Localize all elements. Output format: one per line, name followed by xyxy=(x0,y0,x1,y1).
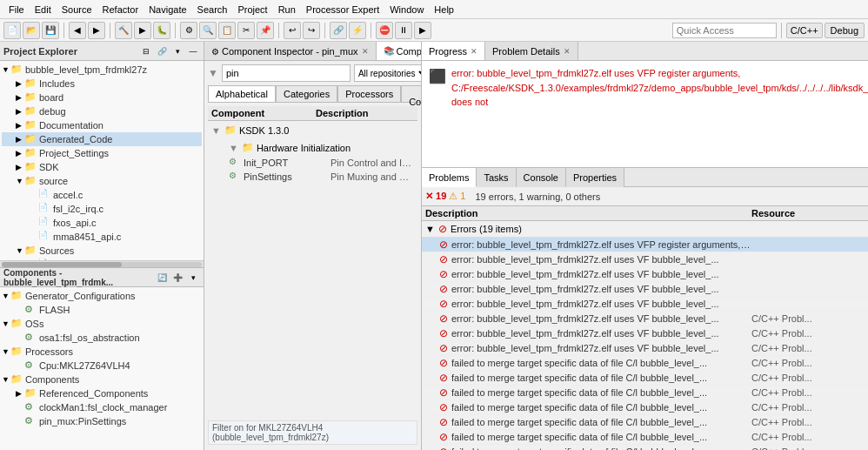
prob-tab-console[interactable]: Console xyxy=(517,168,566,187)
comp-pin-settings[interactable]: ⚙ PinSettings Pin Muxing and Pin Functio… xyxy=(208,170,417,184)
repository-select[interactable]: All repositories xyxy=(354,64,421,82)
back-button[interactable]: ◀ xyxy=(69,22,86,39)
toolbar-btn-6[interactable]: 📋 xyxy=(218,22,236,39)
new-button[interactable]: 📄 xyxy=(3,22,21,39)
quick-access-input[interactable] xyxy=(672,23,777,38)
prob-row-12[interactable]: ⊘ failed to merge target specific data o… xyxy=(422,415,868,430)
tab-problem-details[interactable]: Problem Details ✕ xyxy=(485,42,578,61)
prob-row-9[interactable]: ⊘ failed to merge target specific data o… xyxy=(422,371,868,386)
toolbar-btn-13[interactable]: ⛔ xyxy=(376,22,393,39)
debug-run-button[interactable]: 🐛 xyxy=(153,22,170,39)
toolbar-btn-7[interactable]: ✂ xyxy=(237,22,255,39)
menu-navigate[interactable]: Navigate xyxy=(144,3,191,17)
comp-inspector-close[interactable]: ✕ xyxy=(362,47,369,56)
tree-mma8451[interactable]: 📄 mma8451_api.c xyxy=(2,230,202,244)
prob-row-5[interactable]: ⊘ error: bubble_level_tpm_frdmkl27z.elf … xyxy=(422,312,868,326)
link-with-editor-icon[interactable]: 🔗 xyxy=(155,44,169,58)
comp-osa[interactable]: ⚙ osa1:fsl_os_abstraction xyxy=(2,331,202,345)
tree-root[interactable]: ▼ 📁 bubble_level_tpm_frdmkl27z xyxy=(2,63,202,77)
toolbar-btn-15[interactable]: ▶ xyxy=(414,22,431,39)
tab-component-inspector[interactable]: ⚙ Component Inspector - pin_mux ✕ xyxy=(204,42,377,61)
progress-tab-close[interactable]: ✕ xyxy=(471,47,477,56)
components-add-icon[interactable]: ➕ xyxy=(170,271,184,285)
tab-progress[interactable]: Progress ✕ xyxy=(422,42,485,61)
prob-row-2[interactable]: ⊘ error: bubble_level_tpm_frdmkl27z.elf … xyxy=(422,267,868,282)
comp-oss[interactable]: ▼ 📁 OSs xyxy=(2,317,202,331)
comp-clock-man[interactable]: ⚙ clockMan1:fsl_clock_manager xyxy=(2,400,202,414)
view-menu-icon[interactable]: ▾ xyxy=(170,44,184,58)
tree-documentation[interactable]: ▶ 📁 Documentation xyxy=(2,118,202,132)
toolbar-btn-9[interactable]: ↩ xyxy=(284,22,301,39)
comp-pin-mux[interactable]: ⚙ pin_mux:PinSettings xyxy=(2,414,202,428)
prob-row-8[interactable]: ⊘ failed to merge target specific data o… xyxy=(422,356,868,371)
prob-row-10[interactable]: ⊘ failed to merge target specific data o… xyxy=(422,386,868,400)
menu-search[interactable]: Search xyxy=(192,3,233,17)
prob-tab-problems[interactable]: Problems xyxy=(422,168,477,187)
comp-cpu[interactable]: ⚙ Cpu:MKL27Z64VLH4 xyxy=(2,359,202,373)
board-configs-tab-btn[interactable]: Board Configurations xyxy=(401,85,421,103)
build-button[interactable]: 🔨 xyxy=(115,22,132,39)
component-search-input[interactable] xyxy=(222,64,351,82)
menu-window[interactable]: Window xyxy=(384,3,429,17)
run-button[interactable]: ▶ xyxy=(134,22,151,39)
menu-file[interactable]: File xyxy=(3,3,30,17)
prob-row-3[interactable]: ⊘ error: bubble_level_tpm_frdmkl27z.elf … xyxy=(422,282,868,297)
comp-processors[interactable]: ▼ 📁 Processors xyxy=(2,345,202,359)
menu-source[interactable]: Source xyxy=(57,3,97,17)
alphabetical-tab-btn[interactable]: Alphabetical xyxy=(208,85,276,103)
tree-sources[interactable]: ▼ 📁 Sources xyxy=(2,244,202,258)
toolbar-btn-4[interactable]: ⚙ xyxy=(180,22,197,39)
tree-debug[interactable]: ▶ 📁 debug xyxy=(2,104,202,118)
prob-row-11[interactable]: ⊘ failed to merge target specific data o… xyxy=(422,400,868,415)
open-button[interactable]: 📂 xyxy=(23,22,40,39)
prob-row-1[interactable]: ⊘ error: bubble_level_tpm_frdmkl27z.elf … xyxy=(422,252,868,267)
toolbar-btn-10[interactable]: ↪ xyxy=(303,22,320,39)
components-sync-icon[interactable]: 🔄 xyxy=(155,271,169,285)
prob-row-7[interactable]: ⊘ error: bubble_level_tpm_frdmkl27z.elf … xyxy=(422,341,868,356)
errors-section-header[interactable]: ▼ ⊘ Errors (19 items) xyxy=(422,221,868,238)
prob-tab-properties[interactable]: Properties xyxy=(566,168,624,187)
tree-sdk[interactable]: ▶ 📁 SDK xyxy=(2,160,202,174)
tree-board[interactable]: ▶ 📁 board xyxy=(2,91,202,104)
tree-fsl-i2c[interactable]: 📄 fsl_i2c_irq.c xyxy=(2,202,202,216)
comp-flash[interactable]: ⚙ FLASH xyxy=(2,303,202,317)
language-selector[interactable]: C/C++ xyxy=(786,23,823,38)
menu-processor-expert[interactable]: Processor Expert xyxy=(301,3,384,17)
menu-help[interactable]: Help xyxy=(429,3,459,17)
tree-includes[interactable]: ▶ 📁 Includes xyxy=(2,77,202,91)
tree-project-settings[interactable]: ▶ 📁 Project_Settings xyxy=(2,146,202,160)
processors-tab-btn[interactable]: Processors xyxy=(337,85,401,103)
forward-button[interactable]: ▶ xyxy=(88,22,105,39)
debug-mode-button[interactable]: Debug xyxy=(825,23,865,38)
hw-init-header[interactable]: ▼ 📁 Hardware Initialization xyxy=(208,140,417,156)
comp-components[interactable]: ▼ 📁 Components xyxy=(2,373,202,386)
toolbar-btn-8[interactable]: 📌 xyxy=(257,22,274,39)
toolbar-btn-5[interactable]: 🔍 xyxy=(199,22,217,39)
collapse-all-icon[interactable]: ⊟ xyxy=(139,44,153,58)
menu-refactor[interactable]: Refactor xyxy=(97,3,144,17)
prob-row-0[interactable]: ⊘ error: bubble_level_tpm_frdmkl27z.elf … xyxy=(422,238,868,252)
toolbar-btn-12[interactable]: ⚡ xyxy=(349,22,366,39)
prob-details-tab-close[interactable]: ✕ xyxy=(564,47,571,56)
comp-referenced[interactable]: ▶ 📁 Referenced_Components xyxy=(2,386,202,400)
comp-init-port[interactable]: ⚙ Init_PORT Pin Control and Interrupts -… xyxy=(208,156,417,170)
toolbar-btn-14[interactable]: ⏸ xyxy=(395,22,412,39)
components-view-menu-icon[interactable]: ▾ xyxy=(186,271,200,285)
save-button[interactable]: 💾 xyxy=(42,22,59,39)
comp-generator-configs[interactable]: ▼ 📁 Generator_Configurations xyxy=(2,289,202,303)
menu-project[interactable]: Project xyxy=(232,3,272,17)
ksdk-section-header[interactable]: ▼ 📁 KSDK 1.3.0 xyxy=(208,123,417,138)
prob-row-14[interactable]: ⊘ failed to merge target specific data o… xyxy=(422,445,868,450)
prob-row-6[interactable]: ⊘ error: bubble_level_tpm_frdmkl27z.elf … xyxy=(422,326,868,341)
categories-tab-btn[interactable]: Categories xyxy=(276,85,337,103)
menu-edit[interactable]: Edit xyxy=(30,3,57,17)
toolbar-btn-11[interactable]: 🔗 xyxy=(330,22,347,39)
tree-generated-code[interactable]: ▶ 📁 Generated_Code xyxy=(2,132,202,146)
minimize-icon[interactable]: — xyxy=(186,44,200,58)
tree-fxos-api[interactable]: 📄 fxos_api.c xyxy=(2,216,202,230)
menu-run[interactable]: Run xyxy=(273,3,301,17)
tab-components-library[interactable]: 📚 Components Library ✕ xyxy=(377,42,421,61)
prob-row-13[interactable]: ⊘ failed to merge target specific data o… xyxy=(422,430,868,445)
tree-accel[interactable]: 📄 accel.c xyxy=(2,188,202,202)
prob-row-4[interactable]: ⊘ error: bubble_level_tpm_frdmkl27z.elf … xyxy=(422,297,868,312)
